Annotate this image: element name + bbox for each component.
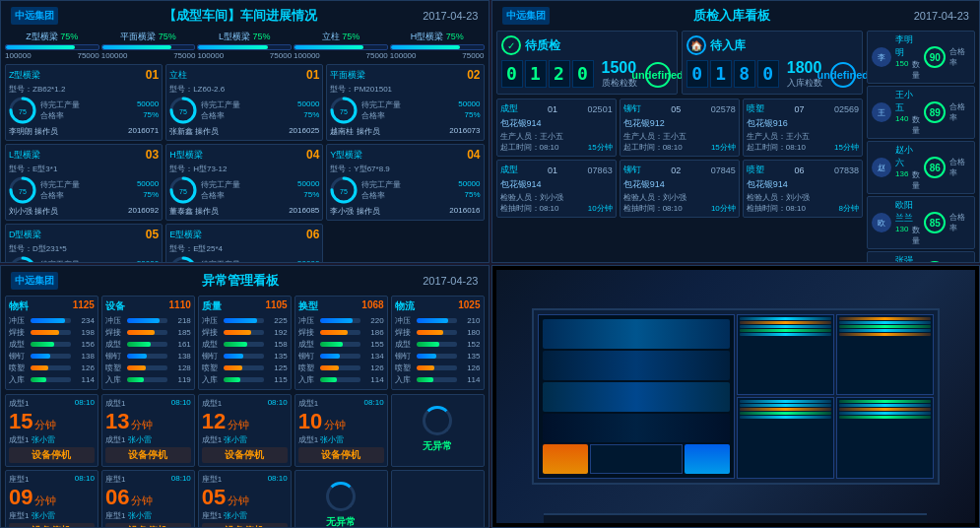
- qc-right-info: 张强 120 数量: [895, 254, 920, 263]
- qc-section-title: 待质检: [525, 37, 560, 54]
- qc-right-num: 130: [895, 225, 908, 246]
- qc-rate-label: 合格率: [949, 261, 970, 264]
- anomaly-bar-val: 115: [266, 375, 288, 384]
- anomaly-col-header: 质量 1105: [202, 299, 288, 313]
- machine-stats: 待完工产量 50000 合格率 75%: [40, 179, 159, 201]
- machine-stat-val: 50000: [137, 99, 159, 110]
- anomaly-bar-label: 焊接: [105, 327, 125, 338]
- anomaly-bar-fill: [320, 318, 354, 323]
- panel-photo: [491, 265, 981, 528]
- anomaly-bar-fill: [31, 342, 54, 347]
- qc-card-header: 铆钉 02 07845: [623, 164, 736, 176]
- anomaly-bar-fill: [127, 330, 155, 335]
- anomaly-col-count: 1105: [265, 299, 287, 313]
- machine-stat-val: 50000: [137, 259, 159, 263]
- anomaly-bar-item: 喷塑 128: [105, 363, 191, 373]
- anomaly-bar: [417, 330, 457, 335]
- machine-name: 平面横梁: [330, 69, 365, 82]
- anomaly-bar-label: 铆钉: [395, 351, 415, 362]
- digit: 2: [549, 60, 570, 88]
- anomaly-col-4: 物流 1025 冲压 210 焊接 180 成型 152: [391, 296, 485, 390]
- anomaly-bar-item: 成型 155: [298, 339, 384, 350]
- progress-numbers: 100000 75000: [197, 51, 292, 60]
- qc-section-title: 待入库: [710, 37, 746, 54]
- anomaly-timer-sub: 座型1 张小雷: [105, 510, 191, 521]
- anomaly-bar-val: 138: [169, 352, 191, 361]
- qc-right-label: 数量: [912, 225, 920, 246]
- anomaly-bar-item: 喷塑 126: [298, 363, 384, 373]
- anomaly-timer-info: 成型1: [105, 398, 125, 409]
- machine-model: 型号：E型25*4: [169, 243, 319, 254]
- anomaly-timer-time: 08:10: [75, 474, 95, 485]
- qc-right-info: 李明明 150 数量: [895, 33, 920, 81]
- qc-card-time: 检抽时间：08:10 10分钟: [623, 203, 736, 214]
- gauge: 75: [9, 256, 36, 263]
- anomaly-timer-header: 成型1 08:10: [298, 398, 384, 409]
- anomaly-normal-label: 无异常: [423, 439, 452, 453]
- machine-name: E型横梁: [169, 229, 202, 241]
- anomaly-col-title: 质量: [202, 299, 222, 313]
- screen-panel-2: [836, 314, 934, 396]
- svg-text:75: 75: [179, 108, 187, 115]
- anomaly-timer-num: 05: [202, 487, 226, 508]
- machine-stat-row: 待完工产量 50000: [361, 179, 480, 190]
- progress-bar-fill: [198, 45, 267, 49]
- digit: 0: [686, 60, 708, 88]
- progress-label: L型横梁 75%: [219, 31, 271, 43]
- qc-card-code: 07845: [711, 165, 736, 175]
- machine-model: 型号：PM201501: [330, 84, 480, 95]
- qc-card-code: 07838: [834, 165, 859, 175]
- qc-card-person: 生产人员：王小五: [623, 131, 736, 142]
- qc-card-header: 成型 01 02501: [500, 102, 613, 115]
- anomaly-timer-num: 09: [9, 487, 33, 508]
- qc-right-badge: 90: [924, 46, 946, 68]
- machine-name: H型横梁: [169, 149, 203, 162]
- progress-num-high: 75000: [77, 51, 98, 60]
- anomaly-timer-3: 无异常: [294, 470, 388, 528]
- anomaly-bar-fill: [31, 354, 50, 359]
- qc-right-name: 欧阳兰兰: [895, 199, 920, 225]
- anomaly-bar-item: 冲压 220: [298, 315, 384, 326]
- anomaly-bar-val: 158: [266, 340, 288, 349]
- machine-stat-row-2: 合格率 75%: [201, 110, 319, 121]
- anomaly-bar-label: 成型: [202, 339, 222, 350]
- anomaly-bar-label: 冲压: [105, 315, 125, 326]
- anomaly-bar-label: 成型: [9, 339, 29, 350]
- qc-right-label: 数量: [912, 169, 920, 191]
- qc-right-stats: 150 数量: [895, 59, 920, 81]
- anomaly-bar: [224, 318, 264, 323]
- anomaly-timer-person: 张小雷: [32, 435, 55, 444]
- gauge: 75: [169, 97, 197, 124]
- machine-stat-row: 待完工产量 50000: [40, 259, 159, 263]
- anomaly-timer-sub: 成型1 张小雷: [298, 434, 384, 445]
- qc-card-1: 铆钉 02 07845 包花银914 检验人员：刘小强 检抽时间：08:10 1…: [620, 160, 740, 218]
- machine-stats: 待完工产量 50000 合格率 75%: [201, 179, 319, 201]
- qc-card-time-label: 起工时间：08:10: [500, 142, 559, 153]
- anomaly-bar-val: 135: [266, 352, 288, 361]
- anomaly-bar-label: 冲压: [395, 315, 415, 326]
- qc-card-time-label: 检抽时间：08:10: [747, 203, 806, 214]
- qc-card-type: 铆钉: [623, 102, 641, 115]
- machine-footer: 张新鑫 操作员 2016025: [169, 126, 319, 137]
- digit: 1: [710, 60, 732, 88]
- anomaly-bar-fill: [127, 354, 147, 359]
- qc-right-badge: 86: [924, 157, 946, 178]
- progress-num-high: 75000: [462, 51, 484, 60]
- anomaly-top: 物料 1125 冲压 234 焊接 198 成型 156: [5, 296, 485, 390]
- anomaly-timer-sub: 座型1 张小雷: [202, 510, 288, 521]
- qc-card-num: 06: [794, 165, 804, 175]
- anomaly-timer-unit: 分钟: [228, 418, 249, 432]
- qc-right-info: 王小五 140 数量: [895, 89, 920, 136]
- machine-grid: Z型横梁 01 型号：ZB62*1.2 75 待完工产量 50000 合格率 7…: [5, 64, 485, 263]
- machine-stat-val: 50000: [458, 179, 480, 190]
- screen-panel-4: [836, 397, 934, 479]
- machine-stat-val-2: 75%: [303, 110, 319, 121]
- anomaly-bar: [320, 342, 360, 347]
- anomaly-bar-val: 225: [266, 316, 288, 325]
- anomaly-timer-label: 设备停机: [202, 523, 288, 528]
- anomaly-bar: [224, 354, 264, 359]
- gauge-svg: 75: [330, 176, 358, 204]
- gauge-svg: 75: [9, 97, 36, 124]
- anomaly-bar-label: 铆钉: [105, 351, 125, 362]
- machine-stat-val-2: 75%: [143, 110, 159, 121]
